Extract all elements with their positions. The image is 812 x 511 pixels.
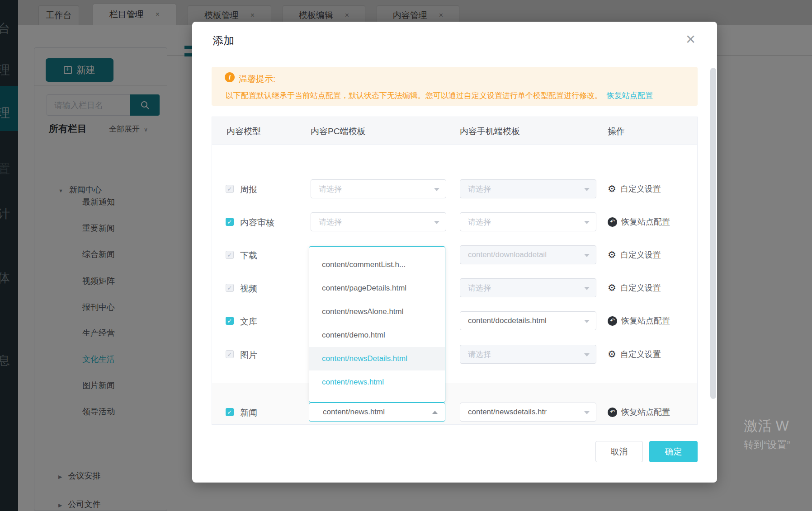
caret-down-icon [584,320,590,323]
table-row: ✓ 图片 请选择 ⚙ 自定义设置 [212,338,697,371]
pc-template-select-open[interactable]: content/news.html [309,403,445,422]
table-row: ✓ 下载 content/downloaddetail ⚙ 自定义设置 [212,238,697,272]
template-dropdown-panel: content/commentList.h... content/pageDet… [309,246,445,403]
gear-icon: ⚙ [608,283,616,293]
model-label: 内容审核 [240,217,274,229]
caret-down-icon [584,353,590,356]
custom-settings-action[interactable]: ⚙ 自定义设置 [608,183,661,194]
undo-circle-icon: ↶ [608,316,617,326]
add-dialog: 添加 × i 温馨提示: 以下配置默认继承于当前站点配置，默认状态下无法编辑。您… [192,22,717,483]
dialog-close-icon[interactable]: × [686,30,695,49]
info-icon: i [225,72,235,82]
model-label: 文库 [240,316,257,328]
table-header: 内容模型 内容PC端模板 内容手机端模板 操作 [212,117,697,145]
mobile-template-select: 请选择 [460,345,596,364]
dropdown-option[interactable]: content/demo.html [309,323,445,347]
warning-notice: i 温馨提示: 以下配置默认继承于当前站点配置，默认状态下无法编辑。您可以通过自… [212,67,698,106]
checkbox-checked[interactable]: ✓ [226,317,234,325]
model-label: 周报 [240,184,257,196]
checkbox-checked[interactable]: ✓ [226,408,234,416]
restore-site-config-action[interactable]: ↶ 恢复站点配置 [608,216,670,227]
notice-title: 温馨提示: [239,73,275,85]
dropdown-option[interactable]: content/newsAlone.html [309,300,445,323]
model-label: 下载 [240,250,257,262]
table-row: ✓ 内容审核 请选择 请选择 ↶ 恢复站点配置 [212,205,697,239]
table-row: ✓ 新闻 content/newsdetails.htr ↶ 恢复站点配置 [212,395,697,425]
mobile-template-select: content/downloaddetail [460,245,596,264]
checkbox-checked[interactable]: ✓ [226,218,234,226]
restore-site-config-link[interactable]: 恢复站点配置 [607,91,653,100]
caret-down-icon [434,188,439,191]
caret-down-icon [434,221,439,224]
table-row: ✓ 文库 content/docdetails.html ↶ 恢复站点配置 [212,304,697,338]
windows-activation-watermark: 激活 W 转到“设置” [744,417,812,452]
col-model: 内容模型 [227,126,261,137]
notice-body: 以下配置默认继承于当前站点配置，默认状态下无法编辑。您可以通过自定义设置进行单个… [226,90,653,101]
model-label: 新闻 [240,407,257,419]
cancel-button[interactable]: 取消 [595,441,643,462]
custom-settings-action[interactable]: ⚙ 自定义设置 [608,282,661,293]
gear-icon: ⚙ [608,184,616,194]
model-template-table: 内容模型 内容PC端模板 内容手机端模板 操作 ✓ 周报 请选择 请选择 ⚙ 自… [212,117,698,425]
caret-up-icon [432,411,438,414]
table-row: ✓ 视频 请选择 ⚙ 自定义设置 [212,271,697,305]
modal-scrollbar-thumb[interactable] [710,68,716,399]
checkbox-disabled-checked: ✓ [226,251,234,259]
mobile-template-select[interactable]: content/docdetails.html [460,311,596,330]
dropdown-option[interactable]: content/commentList.h... [309,253,445,277]
caret-down-icon [584,188,590,191]
gear-icon: ⚙ [608,250,616,260]
confirm-button[interactable]: 确定 [649,441,698,462]
dropdown-option[interactable]: content/pageDetails.html [309,277,445,300]
dropdown-option-hovered[interactable]: content/newsDetails.html [309,347,445,370]
pc-template-select[interactable]: 请选择 [311,212,446,231]
undo-circle-icon: ↶ [608,408,617,417]
gear-icon: ⚙ [608,349,616,359]
mobile-template-select[interactable]: content/newsdetails.htr [460,403,596,422]
model-label: 视频 [240,283,257,295]
custom-settings-action[interactable]: ⚙ 自定义设置 [608,349,661,360]
col-pc-template: 内容PC端模板 [311,126,365,137]
model-label: 图片 [240,349,257,361]
custom-settings-action[interactable]: ⚙ 自定义设置 [608,249,661,260]
caret-down-icon [584,254,590,257]
caret-down-icon [584,287,590,290]
restore-site-config-action[interactable]: ↶ 恢复站点配置 [608,407,670,417]
caret-down-icon [584,411,590,414]
undo-circle-icon: ↶ [608,217,617,227]
checkbox-disabled-checked: ✓ [226,284,234,292]
restore-site-config-action[interactable]: ↶ 恢复站点配置 [608,315,670,326]
dropdown-option-selected[interactable]: content/news.html [309,370,445,394]
mobile-template-select[interactable]: 请选择 [460,212,596,231]
pc-template-select: 请选择 [311,179,446,198]
col-mobile-template: 内容手机端模板 [460,126,520,137]
checkbox-disabled-checked: ✓ [226,350,234,358]
caret-down-icon [584,221,590,224]
mobile-template-select: 请选择 [460,179,596,198]
table-row: ✓ 周报 请选择 请选择 ⚙ 自定义设置 [212,172,697,206]
checkbox-disabled-checked: ✓ [226,185,234,193]
mobile-template-select: 请选择 [460,278,596,297]
dialog-title: 添加 [212,33,234,48]
col-actions: 操作 [608,126,625,137]
